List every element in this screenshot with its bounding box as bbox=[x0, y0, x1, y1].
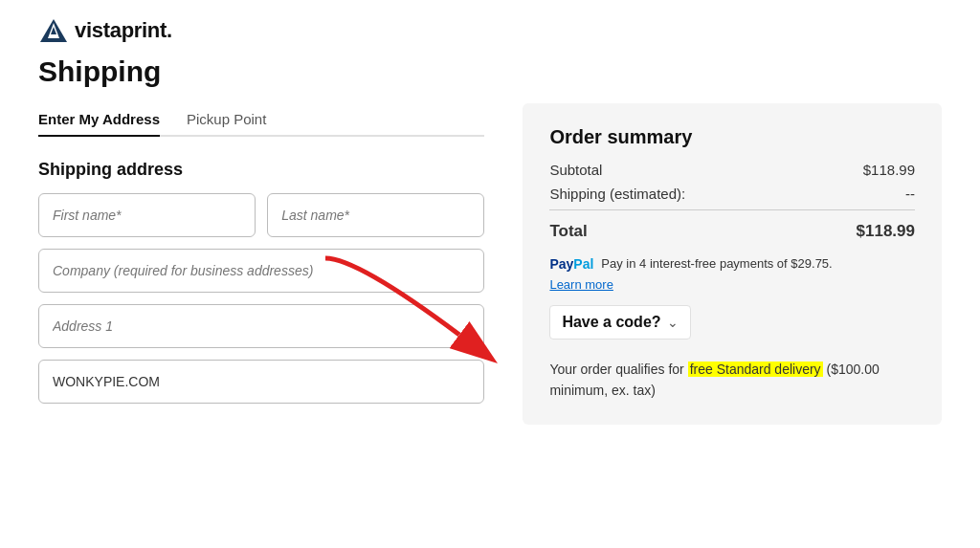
vistaprint-logo-icon bbox=[38, 17, 69, 44]
paypal-section: PayPal Pay in 4 interest-free payments o… bbox=[549, 256, 915, 272]
left-panel: Enter My Address Pickup Point Shipping a… bbox=[38, 103, 484, 415]
company-input[interactable] bbox=[38, 249, 484, 293]
chevron-down-icon: ⌄ bbox=[667, 315, 679, 330]
address2-field bbox=[38, 360, 484, 404]
have-a-code-toggle[interactable]: Have a code? ⌄ bbox=[549, 305, 690, 340]
paypal-logo: PayPal bbox=[549, 256, 593, 272]
subtotal-line: Subtotal $118.99 bbox=[549, 162, 915, 178]
logo-text: vistaprint. bbox=[75, 18, 172, 43]
learn-more-link[interactable]: Learn more bbox=[549, 277, 915, 292]
logo-part1: vista bbox=[75, 18, 122, 42]
total-value: $118.99 bbox=[857, 222, 915, 241]
shipping-line: Shipping (estimated): -- bbox=[549, 186, 915, 202]
logo-part2: print bbox=[122, 18, 167, 42]
address2-input[interactable] bbox=[38, 360, 484, 404]
name-row bbox=[38, 193, 484, 237]
page-title: Shipping bbox=[38, 55, 942, 88]
subtotal-label: Subtotal bbox=[549, 162, 602, 178]
company-field bbox=[38, 249, 484, 293]
total-label: Total bbox=[549, 222, 587, 241]
address2-row bbox=[38, 360, 484, 404]
subtotal-value: $118.99 bbox=[863, 162, 915, 178]
address1-input[interactable] bbox=[38, 304, 484, 348]
address1-field bbox=[38, 304, 484, 348]
have-code-label: Have a code? bbox=[562, 314, 660, 331]
tabs-bar: Enter My Address Pickup Point bbox=[38, 103, 484, 137]
shipping-address-title: Shipping address bbox=[38, 160, 484, 180]
paypal-text: Pay in 4 interest-free payments of $29.7… bbox=[601, 256, 915, 271]
first-name-field bbox=[38, 193, 256, 237]
order-summary-title: Order summary bbox=[549, 126, 915, 148]
free-delivery-highlight: free Standard delivery bbox=[688, 362, 823, 377]
tab-pickup-point[interactable]: Pickup Point bbox=[187, 103, 266, 135]
tab-enter-address[interactable]: Enter My Address bbox=[38, 103, 160, 135]
logo: vistaprint. bbox=[38, 17, 942, 44]
logo-dot: . bbox=[167, 18, 172, 42]
order-summary-panel: Order summary Subtotal $118.99 Shipping … bbox=[523, 103, 942, 425]
last-name-input[interactable] bbox=[267, 193, 484, 237]
shipping-label: Shipping (estimated): bbox=[549, 186, 685, 202]
total-line: Total $118.99 bbox=[549, 209, 915, 241]
company-row bbox=[38, 249, 484, 293]
free-delivery-text: Your order qualifies for free Standard d… bbox=[549, 359, 915, 402]
first-name-input[interactable] bbox=[38, 193, 256, 237]
shipping-value: -- bbox=[905, 186, 915, 202]
last-name-field bbox=[267, 193, 484, 237]
address1-row bbox=[38, 304, 484, 348]
